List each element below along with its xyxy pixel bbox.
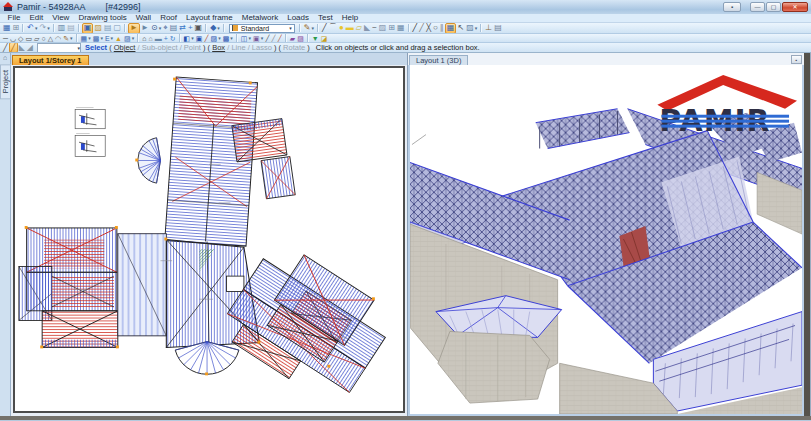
truss-span-icon[interactable]: ╱ <box>203 34 209 42</box>
shape-rect-icon[interactable]: ▭ <box>24 34 33 42</box>
edit-line-icon[interactable]: ╱ <box>412 24 419 33</box>
select-add-icon[interactable]: ► <box>140 24 150 33</box>
menu-view[interactable]: View <box>48 14 74 22</box>
member-2-icon[interactable]: ╱ <box>270 34 276 42</box>
draw-spline-icon[interactable]: ~ <box>371 24 378 33</box>
draw-poly-icon[interactable]: ▱ <box>355 24 363 33</box>
menu-metalwork[interactable]: Metalwork <box>237 14 282 22</box>
plan-drawing <box>15 68 403 411</box>
edit-pen-icon[interactable]: ╱ <box>418 24 425 33</box>
draw-arc-icon[interactable]: ⌒ <box>328 24 338 33</box>
node-icon[interactable]: ◇ <box>17 34 24 42</box>
window-split-icon[interactable]: ▥ <box>57 24 67 33</box>
mode-a-icon[interactable]: ◣ <box>18 43 26 52</box>
menu-drawing-tools[interactable]: Drawing tools <box>74 14 131 22</box>
menu-help[interactable]: Help <box>337 14 362 22</box>
draw-rect-icon[interactable]: ▬ <box>345 24 355 33</box>
roof-panel-icon[interactable]: ▬ <box>154 34 163 42</box>
plan-view-icon[interactable]: ▣ <box>82 23 94 34</box>
truss-area-icon[interactable]: ▣ <box>195 34 204 42</box>
mode-combo[interactable]: ▾ <box>37 43 81 53</box>
roof-gable-icon[interactable]: ⌂ <box>147 34 153 42</box>
refresh-icon[interactable]: ⇄ <box>178 24 187 33</box>
truss-edit-icon[interactable]: ▩▾ <box>222 34 234 42</box>
fill-icon[interactable]: ▨▾ <box>465 24 478 33</box>
tab-layout-3d[interactable]: Layout 1 (3D) <box>409 55 468 65</box>
maximize-button[interactable]: ▢ <box>766 2 781 12</box>
stamp-icon[interactable]: ⊥ <box>484 24 493 33</box>
group-icon[interactable]: ▦ <box>396 24 406 33</box>
panel-options-button[interactable]: ▪ <box>791 55 802 64</box>
menu-layout-frame[interactable]: Layout frame <box>182 14 238 22</box>
offset-icon[interactable]: ∥ <box>439 24 445 33</box>
menu-test[interactable]: Test <box>313 14 337 22</box>
draw-hatch-icon[interactable]: ▨ <box>378 24 388 33</box>
copy-icon[interactable]: ⊞ <box>387 24 396 33</box>
map-icon[interactable]: ▦ <box>445 23 457 34</box>
wall-panel-icon[interactable]: ▩▾ <box>92 34 104 42</box>
select-pointer-icon[interactable]: ► <box>128 23 140 34</box>
styles-icon[interactable]: ✎▾ <box>303 24 315 33</box>
window-single-icon[interactable]: ▤ <box>66 24 76 33</box>
frame-edit-icon[interactable]: ▣▾ <box>252 34 264 42</box>
camera-icon[interactable]: ▣ <box>194 24 204 33</box>
truss-layout-icon[interactable]: ◧▾ <box>183 34 195 42</box>
3d-viewport[interactable]: PAMIR <box>408 65 804 416</box>
draw-pitch-icon[interactable]: ◣ <box>363 24 371 33</box>
plan-viewport[interactable] <box>13 66 405 413</box>
design-mode-icon[interactable]: ◆▾ <box>209 24 221 33</box>
shape-para-icon[interactable]: ▱ <box>33 34 40 42</box>
shape-roof-icon[interactable]: ◠ <box>54 34 62 42</box>
tab-layout-storey[interactable]: Layout 1/Storey 1 <box>12 55 89 65</box>
menu-roof[interactable]: Roof <box>156 14 182 22</box>
sidebar-tab-project[interactable]: Project <box>0 64 11 99</box>
minimize-button[interactable]: — <box>750 2 765 12</box>
check-icon[interactable]: ◪ <box>320 34 329 42</box>
3d-drawing: PAMIR <box>410 65 802 414</box>
metal-edit-icon[interactable]: ▨ <box>296 34 305 42</box>
pick-icon[interactable]: ↖ <box>456 24 465 33</box>
output-icon[interactable]: ▤ <box>493 24 503 33</box>
wall-gable-icon[interactable]: ▲ <box>114 34 123 42</box>
roof-rotate-icon[interactable]: ↻ <box>169 34 177 42</box>
quick-access-button[interactable]: ▪ <box>723 2 741 12</box>
draw-circle-icon[interactable]: ● <box>338 24 345 33</box>
frame-layout-icon[interactable]: ◫▾ <box>240 34 252 42</box>
undo-icon[interactable]: ↶▾ <box>26 24 38 33</box>
frame-view-icon[interactable]: ▢ <box>113 24 123 33</box>
close-button[interactable]: ✕ <box>782 2 808 12</box>
mode-b-icon[interactable]: ◢ <box>26 43 34 52</box>
seg-line-icon[interactable]: ─ <box>2 34 9 42</box>
mode-select-icon[interactable]: ╱ <box>9 43 18 53</box>
wall-elevation-icon[interactable]: E▾ <box>104 34 114 42</box>
menu-file[interactable]: File <box>3 14 25 22</box>
metal-plate-icon[interactable]: ▰ <box>289 34 296 42</box>
wall-cut-icon[interactable]: ▨▾ <box>123 34 135 42</box>
ring-icon[interactable]: ○ <box>432 24 439 33</box>
draw-line-icon[interactable]: ╱ <box>321 24 328 33</box>
trim-icon[interactable]: ╳ <box>425 24 432 33</box>
wall-grid-icon[interactable]: ▦▾ <box>80 34 92 42</box>
menu-loads[interactable]: Loads <box>283 14 314 22</box>
seg-arc-icon[interactable]: ◡ <box>9 34 17 42</box>
shape-ellipse-icon[interactable]: ○ <box>40 34 46 42</box>
save-icon[interactable]: ▦ <box>2 24 12 33</box>
image-view-icon[interactable]: ▨ <box>93 24 103 33</box>
loads-icon[interactable]: ▼ <box>311 34 320 42</box>
redo-icon[interactable]: ↷▾ <box>38 24 50 33</box>
mode-line-icon[interactable]: ╱ <box>2 43 9 52</box>
sketch-icon[interactable]: ✎▾ <box>62 34 73 42</box>
display-icon[interactable]: ▤ <box>169 24 179 33</box>
zoom-icon[interactable]: ⊙▾ <box>150 24 162 33</box>
menu-edit[interactable]: Edit <box>25 14 48 22</box>
report-icon[interactable]: ⊞ <box>12 24 21 33</box>
member-3-icon[interactable]: ╱ <box>277 34 283 42</box>
elevation-view-icon[interactable]: ▤ <box>103 24 113 33</box>
roof-move-icon[interactable]: + <box>163 34 169 42</box>
truss-infill-icon[interactable]: ▨▾ <box>210 34 222 42</box>
menu-wall[interactable]: Wall <box>131 14 155 22</box>
shape-tri-icon[interactable]: △ <box>47 34 54 42</box>
pan-icon[interactable]: + <box>187 24 194 33</box>
style-combo[interactable]: Standard▾ <box>229 24 295 33</box>
measure-icon[interactable]: ⌖ <box>162 24 169 33</box>
